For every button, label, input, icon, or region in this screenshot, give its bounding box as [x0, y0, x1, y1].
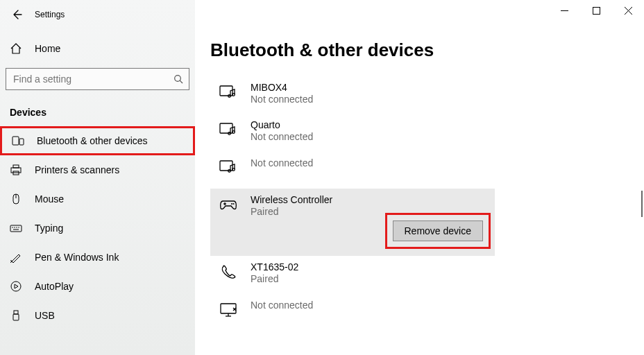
- autoplay-icon: [10, 280, 22, 293]
- main-content: Bluetooth & other devices MIBOX4 Not con…: [195, 0, 644, 355]
- nav-label: Typing: [35, 223, 63, 234]
- device-status: Not connected: [251, 94, 313, 105]
- phone-icon: [219, 263, 238, 282]
- nav-label: Printers & scanners: [35, 164, 119, 175]
- svg-rect-16: [14, 311, 18, 314]
- sidebar-item-autoplay[interactable]: AutoPlay: [0, 272, 195, 301]
- arrow-left-icon: [11, 9, 22, 20]
- usb-icon: [10, 309, 22, 322]
- sidebar-item-printers[interactable]: Printers & scanners: [0, 155, 195, 184]
- pen-icon: [10, 251, 22, 263]
- minimize-button[interactable]: [548, 0, 580, 21]
- nav-label: Pen & Windows Ink: [35, 252, 119, 263]
- svg-point-15: [11, 282, 21, 291]
- keyboard-icon: [10, 222, 22, 234]
- remove-highlight: Remove device: [385, 213, 491, 249]
- search-icon: [173, 74, 183, 84]
- close-icon: [625, 7, 632, 15]
- home-label: Home: [35, 43, 60, 54]
- back-button[interactable]: [8, 6, 25, 23]
- device-status: Not connected: [251, 300, 313, 311]
- display-icon: [219, 300, 238, 320]
- device-name: Quarto: [251, 119, 313, 130]
- media-device-icon: [219, 158, 238, 178]
- device-status: Not connected: [251, 131, 313, 142]
- titlebar-left: Settings: [0, 4, 195, 25]
- svg-point-0: [175, 76, 181, 82]
- nav-label: Mouse: [35, 193, 64, 205]
- device-item[interactable]: XT1635-02 Paired: [210, 256, 495, 293]
- search-input[interactable]: [12, 73, 173, 85]
- svg-point-31: [231, 203, 232, 205]
- svg-point-30: [232, 168, 235, 171]
- svg-rect-3: [19, 139, 24, 145]
- sidebar-item-usb[interactable]: USB: [0, 301, 195, 330]
- device-name: MIBOX4: [251, 82, 313, 93]
- window-controls: [548, 0, 644, 21]
- gamepad-icon: [219, 196, 238, 215]
- svg-rect-9: [10, 225, 22, 232]
- svg-rect-5: [13, 165, 19, 168]
- svg-line-1: [180, 80, 183, 83]
- maximize-button[interactable]: [580, 0, 612, 21]
- search-box[interactable]: [6, 68, 189, 90]
- nav-label: USB: [35, 310, 55, 321]
- nav-list: Bluetooth & other devices Printers & sca…: [0, 126, 195, 330]
- device-item[interactable]: Not connected: [210, 293, 495, 331]
- printer-icon: [10, 164, 22, 176]
- device-status: Paired: [251, 273, 298, 284]
- section-header: Devices: [0, 103, 195, 126]
- home-icon: [10, 42, 22, 55]
- scrollbar[interactable]: [641, 191, 643, 217]
- device-item-selected[interactable]: Wireless Controller Paired Remove device: [210, 189, 495, 256]
- device-item[interactable]: MIBOX4 Not connected: [210, 76, 495, 114]
- page-title: Bluetooth & other devices: [210, 40, 644, 61]
- device-list: MIBOX4 Not connected Quarto Not connecte…: [210, 76, 495, 331]
- remove-device-button[interactable]: Remove device: [393, 220, 484, 241]
- device-item[interactable]: Not connected: [210, 151, 495, 189]
- svg-rect-4: [11, 168, 21, 173]
- app-title: Settings: [35, 10, 65, 19]
- nav-label: AutoPlay: [35, 281, 74, 292]
- nav-label: Bluetooth & other devices: [37, 135, 148, 146]
- svg-rect-2: [12, 137, 19, 145]
- bluetooth-devices-icon: [12, 135, 24, 147]
- svg-point-24: [232, 94, 235, 96]
- close-button[interactable]: [612, 0, 644, 21]
- sidebar: Settings Home Devices Bluetooth & other …: [0, 0, 195, 355]
- minimize-icon: [561, 7, 568, 15]
- device-status: Not connected: [251, 157, 313, 168]
- sidebar-item-pen[interactable]: Pen & Windows Ink: [0, 243, 195, 272]
- device-status: Paired: [251, 206, 332, 217]
- maximize-icon: [593, 7, 600, 15]
- media-device-icon: [219, 83, 238, 103]
- svg-point-32: [233, 203, 235, 205]
- sidebar-item-bluetooth[interactable]: Bluetooth & other devices: [0, 126, 195, 155]
- home-nav[interactable]: Home: [0, 35, 195, 62]
- device-name: XT1635-02: [251, 261, 298, 272]
- sidebar-item-typing[interactable]: Typing: [0, 214, 195, 243]
- media-device-icon: [219, 121, 238, 140]
- device-item[interactable]: Quarto Not connected: [210, 114, 495, 151]
- device-name: Wireless Controller: [251, 194, 332, 205]
- svg-rect-17: [13, 314, 19, 320]
- mouse-icon: [10, 193, 22, 205]
- svg-point-27: [232, 131, 235, 134]
- svg-rect-19: [593, 7, 600, 14]
- sidebar-item-mouse[interactable]: Mouse: [0, 184, 195, 214]
